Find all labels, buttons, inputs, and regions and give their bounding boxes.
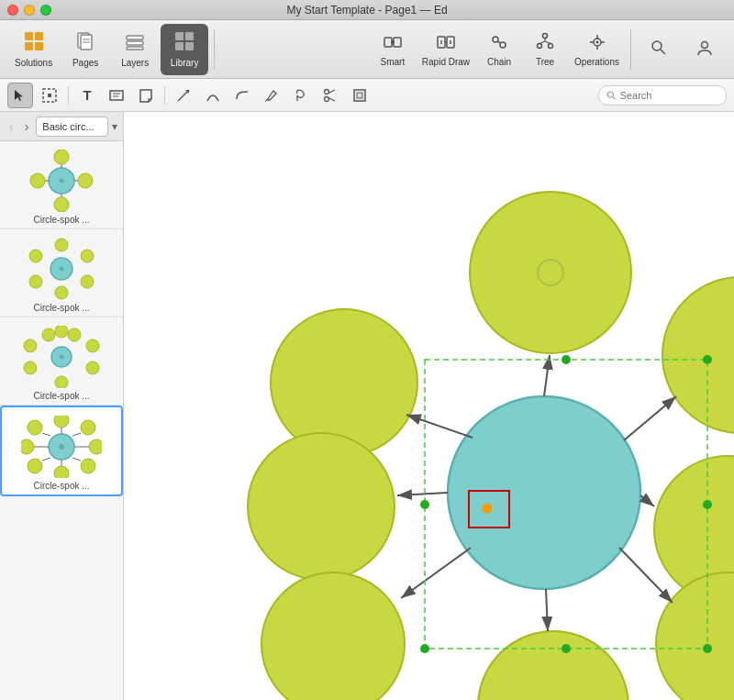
- rapid-draw-button[interactable]: Rapid Draw: [417, 24, 475, 75]
- shape-thumb-2: [20, 237, 103, 301]
- smart-label: Smart: [380, 57, 405, 67]
- arc-tool[interactable]: [200, 83, 226, 108]
- person-button[interactable]: [683, 24, 727, 75]
- svg-rect-125: [425, 360, 707, 649]
- svg-point-78: [55, 326, 68, 338]
- lasso-tool[interactable]: [288, 83, 314, 108]
- svg-point-73: [81, 250, 94, 262]
- arrow-overlay: +: [124, 112, 734, 700]
- layers-button[interactable]: Layers: [111, 24, 159, 75]
- left-panel: ‹ › Basic circ... ▾: [0, 112, 124, 700]
- operations-button[interactable]: Operations: [569, 24, 625, 75]
- nav-back-button[interactable]: ‹: [6, 117, 17, 136]
- frame-tool[interactable]: [347, 83, 373, 108]
- layers-label: Layers: [121, 58, 149, 68]
- close-button[interactable]: [7, 5, 18, 16]
- svg-point-111: [248, 433, 395, 580]
- maximize-button[interactable]: [40, 5, 51, 16]
- pen-tool[interactable]: [259, 83, 284, 108]
- smart-button[interactable]: Smart: [371, 24, 415, 75]
- svg-line-31: [539, 41, 545, 44]
- svg-line-103: [72, 458, 81, 461]
- pages-icon: [74, 30, 96, 56]
- toolbar-separator-1: [214, 29, 215, 70]
- svg-rect-13: [175, 42, 184, 50]
- note-tool[interactable]: [133, 83, 159, 108]
- svg-rect-14: [185, 42, 194, 50]
- svg-line-49: [265, 100, 267, 102]
- select-tool[interactable]: [7, 83, 33, 108]
- curve-tool[interactable]: [229, 83, 255, 108]
- shape-item-4[interactable]: Circle-spok ...: [0, 406, 123, 496]
- minimize-button[interactable]: [24, 5, 35, 16]
- tree-button[interactable]: Tree: [523, 24, 567, 75]
- solutions-button[interactable]: Solutions: [7, 24, 60, 75]
- shape-item-2[interactable]: Circle-spok ...: [0, 229, 123, 317]
- text-box-tool[interactable]: [104, 83, 129, 108]
- chain-button[interactable]: Chain: [477, 24, 521, 75]
- svg-rect-133: [469, 491, 509, 528]
- svg-line-123: [619, 548, 673, 603]
- svg-point-72: [29, 250, 42, 262]
- svg-point-113: [261, 572, 405, 700]
- library-label: Library: [171, 58, 199, 68]
- svg-point-39: [652, 41, 662, 50]
- svg-point-110: [662, 277, 734, 433]
- search-toolbar-button[interactable]: [637, 24, 681, 75]
- svg-point-57: [607, 92, 613, 97]
- svg-line-120: [397, 493, 448, 495]
- svg-rect-8: [127, 36, 143, 39]
- canvas-search-icon: [606, 90, 617, 101]
- line-tool[interactable]: [171, 83, 196, 108]
- shape-label-1: Circle-spok ...: [33, 215, 89, 225]
- svg-rect-11: [175, 32, 184, 40]
- shape-grid: Circle-spok ... Circle-spok: [0, 141, 123, 700]
- svg-point-84: [42, 328, 55, 341]
- shape-item-1[interactable]: Circle-spok ...: [0, 141, 123, 229]
- svg-line-117: [544, 355, 550, 396]
- pages-label: Pages: [72, 58, 98, 68]
- svg-point-132: [703, 644, 712, 653]
- canvas-search-box[interactable]: [598, 85, 727, 106]
- solutions-label: Solutions: [15, 58, 52, 68]
- svg-point-94: [81, 459, 95, 473]
- window-title: My Start Template - Page1 — Ed: [286, 4, 447, 17]
- svg-point-129: [703, 500, 712, 509]
- shape-item-3[interactable]: Circle-spok ...: [0, 317, 123, 406]
- svg-point-88: [54, 466, 69, 478]
- svg-point-90: [89, 439, 102, 454]
- svg-rect-16: [394, 38, 401, 47]
- svg-point-134: [483, 504, 493, 514]
- svg-point-130: [420, 644, 429, 653]
- svg-rect-9: [127, 41, 143, 45]
- svg-point-83: [86, 361, 99, 374]
- solutions-icon: [23, 30, 45, 56]
- scissors-tool[interactable]: [317, 83, 343, 108]
- svg-rect-44: [110, 91, 123, 100]
- svg-point-27: [543, 33, 548, 38]
- panel-nav: ‹ › Basic circ... ▾: [0, 112, 123, 141]
- svg-point-86: [60, 355, 64, 360]
- pages-button[interactable]: Pages: [61, 24, 109, 75]
- svg-point-68: [60, 179, 64, 183]
- node-select-tool[interactable]: [37, 83, 62, 108]
- svg-point-116: [448, 396, 640, 589]
- canvas[interactable]: +: [124, 112, 734, 700]
- svg-point-104: [59, 444, 64, 450]
- svg-point-29: [549, 43, 553, 48]
- toolbar-separator-2: [630, 29, 631, 70]
- svg-point-34: [595, 40, 598, 43]
- panel-dropdown-button[interactable]: ▾: [112, 120, 117, 133]
- svg-point-107: [470, 192, 631, 353]
- svg-point-109: [271, 309, 417, 456]
- svg-point-60: [54, 150, 69, 164]
- rapid-draw-label: Rapid Draw: [422, 57, 470, 67]
- text-tool[interactable]: T: [74, 83, 100, 108]
- smart-icon: [383, 32, 403, 55]
- svg-point-91: [28, 420, 42, 435]
- svg-line-121: [640, 495, 654, 506]
- nav-forward-button[interactable]: ›: [21, 117, 33, 136]
- library-button[interactable]: Library: [161, 24, 208, 75]
- svg-line-58: [613, 96, 616, 99]
- canvas-search-input[interactable]: [620, 90, 718, 101]
